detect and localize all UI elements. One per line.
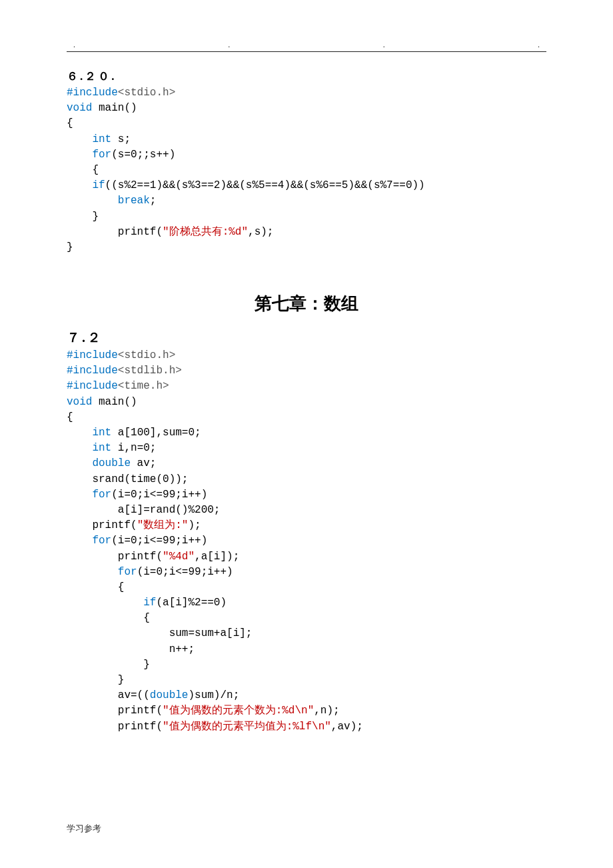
code-token: <stdlib.h> <box>118 365 182 377</box>
code-token: } <box>67 211 99 223</box>
code-token: (a[i]%2==0) <box>156 597 227 609</box>
header-dot: . <box>228 40 230 50</box>
code-token <box>67 597 143 609</box>
code-block-7-2: #include<stdio.h> #include<stdlib.h> #in… <box>67 348 546 735</box>
code-token: "数组为:" <box>137 519 189 531</box>
header-dot: . <box>383 40 385 50</box>
section-number-6-20: ６.２０. <box>67 69 546 84</box>
code-token: printf( <box>67 705 163 717</box>
code-token: "值为偶数的元素平均值为:%lf\n" <box>163 721 331 733</box>
code-token: } <box>67 674 124 686</box>
document-page: . . . . ６.２０. #include<stdio.h> void mai… <box>0 0 613 868</box>
chapter-title: 第七章：数组 <box>67 292 546 315</box>
code-token <box>67 179 92 191</box>
code-token: #include <box>67 87 118 99</box>
code-token: (s=0;;s++) <box>111 149 175 161</box>
code-token: printf( <box>67 519 137 531</box>
section-number-7-2: ７.２ <box>67 329 546 347</box>
code-token <box>67 195 118 207</box>
code-token: ,n); <box>314 705 339 717</box>
code-token: if <box>92 179 105 191</box>
code-token: printf( <box>67 721 163 733</box>
code-token <box>67 442 92 454</box>
code-token: "%4d" <box>163 551 195 563</box>
code-token: } <box>67 241 73 253</box>
code-token: a[i]=rand()%200; <box>67 504 220 516</box>
code-token <box>67 149 92 161</box>
code-token: { <box>67 117 73 129</box>
code-token: printf( <box>67 551 163 563</box>
code-token: n++; <box>67 643 195 655</box>
code-token: { <box>67 581 124 593</box>
code-token: <time.h> <box>118 380 169 392</box>
code-token: int <box>92 427 111 439</box>
code-token: srand(time(0)); <box>67 473 188 485</box>
code-token: ,av); <box>331 721 363 733</box>
code-token: double <box>150 689 189 701</box>
code-token: double <box>92 457 131 469</box>
code-token: "值为偶数的元素个数为:%d\n" <box>163 705 314 717</box>
code-token: s; <box>111 133 131 145</box>
code-token: ; <box>150 195 157 207</box>
code-token: { <box>67 411 73 423</box>
code-token: main() <box>92 396 137 408</box>
code-token: a[100],sum=0; <box>111 427 201 439</box>
code-token: av=(( <box>67 689 150 701</box>
code-token <box>67 489 92 501</box>
code-token: if <box>143 597 156 609</box>
code-token: for <box>118 566 137 578</box>
code-token <box>67 427 92 439</box>
code-token: break <box>118 195 150 207</box>
code-token: for <box>92 489 111 501</box>
code-token: #include <box>67 365 118 377</box>
code-token: )sum)/n; <box>188 689 239 701</box>
header-dot: . <box>73 40 75 50</box>
code-token: (i=0;i<=99;i++) <box>111 489 207 501</box>
code-token <box>67 566 118 578</box>
header-rule <box>67 51 546 52</box>
code-token: #include <box>67 349 118 361</box>
code-token: int <box>92 442 111 454</box>
code-token: (i=0;i<=99;i++) <box>137 566 233 578</box>
code-token: ); <box>188 519 201 531</box>
code-token: void <box>67 102 92 114</box>
code-block-6-20: #include<stdio.h> void main() { int s; f… <box>67 85 546 255</box>
code-token: { <box>67 164 99 176</box>
header-dot: . <box>538 40 540 50</box>
code-token: #include <box>67 380 118 392</box>
code-token <box>67 133 92 145</box>
code-token: av; <box>131 457 156 469</box>
code-token: ,s); <box>248 226 273 238</box>
code-token <box>67 535 92 547</box>
code-token: for <box>92 149 111 161</box>
code-token: <stdio.h> <box>118 87 175 99</box>
code-token: i,n=0; <box>111 442 156 454</box>
code-token: for <box>92 535 111 547</box>
code-token: printf( <box>67 226 163 238</box>
code-token: "阶梯总共有:%d" <box>163 226 248 238</box>
code-token: { <box>67 612 150 624</box>
code-token: (i=0;i<=99;i++) <box>111 535 207 547</box>
code-token: <stdio.h> <box>118 349 175 361</box>
code-token <box>67 457 92 469</box>
code-token: void <box>67 396 92 408</box>
header-marker-row: . . . . <box>67 40 546 50</box>
code-token: } <box>67 659 150 671</box>
code-token: ,a[i]); <box>195 551 239 563</box>
code-token: sum=sum+a[i]; <box>67 627 252 639</box>
code-token: main() <box>92 102 137 114</box>
code-token: int <box>92 133 111 145</box>
footer-text: 学习参考 <box>67 823 101 835</box>
code-token: ((s%2==1)&&(s%3==2)&&(s%5==4)&&(s%6==5)&… <box>105 179 425 191</box>
